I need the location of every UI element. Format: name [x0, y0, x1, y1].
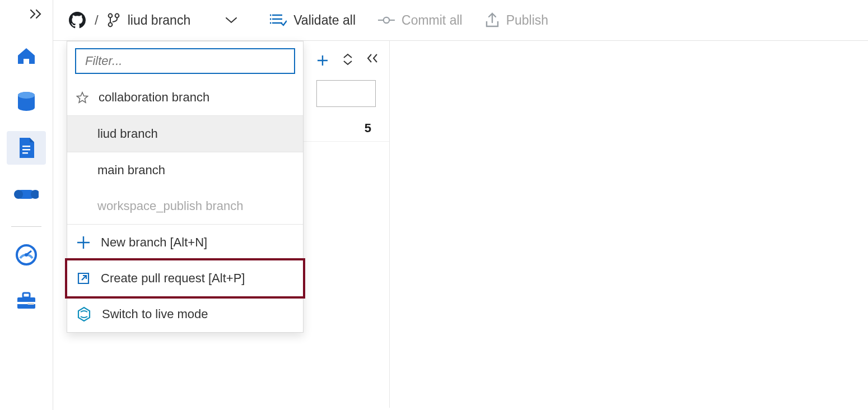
- branch-filter-input[interactable]: [75, 48, 295, 74]
- svg-point-17: [108, 23, 112, 27]
- pipeline-icon: [14, 185, 39, 202]
- nav-integrate[interactable]: [7, 177, 46, 211]
- svg-rect-2: [22, 146, 30, 147]
- svg-point-18: [270, 14, 272, 16]
- gauge-icon: [15, 244, 38, 266]
- nav-develop[interactable]: [7, 131, 46, 165]
- svg-point-16: [115, 14, 119, 18]
- nav-manage[interactable]: [7, 284, 46, 318]
- new-branch-action[interactable]: New branch [Alt+N]: [67, 225, 303, 260]
- svg-point-1: [18, 92, 35, 99]
- collaboration-branch-item[interactable]: collaboration branch: [67, 80, 303, 115]
- home-icon: [15, 45, 38, 67]
- create-pull-request-action[interactable]: Create pull request [Alt+P]: [67, 260, 303, 296]
- panel-toolbar: [303, 41, 389, 80]
- breadcrumb-separator: /: [95, 12, 99, 28]
- branch-dropdown-panel: collaboration branch liud branch main br…: [67, 41, 304, 333]
- svg-rect-14: [27, 303, 34, 305]
- validate-all-label: Validate all: [293, 13, 356, 28]
- nav-data[interactable]: [7, 85, 46, 119]
- create-pr-label: Create pull request [Alt+P]: [101, 271, 245, 286]
- branch-item-liud[interactable]: liud branch: [67, 116, 303, 152]
- expand-rail-icon[interactable]: [29, 8, 43, 22]
- commit-all-label: Commit all: [402, 13, 463, 28]
- toolbox-icon: [15, 291, 38, 311]
- svg-rect-12: [23, 293, 30, 297]
- new-branch-label: New branch [Alt+N]: [101, 235, 207, 250]
- svg-rect-3: [22, 149, 30, 150]
- svg-point-6: [14, 190, 23, 199]
- publish-button[interactable]: Publish: [485, 12, 548, 28]
- left-nav-rail: [0, 0, 53, 410]
- resource-panel: 5: [303, 41, 390, 408]
- svg-point-21: [384, 17, 389, 23]
- switch-live-mode-action[interactable]: Switch to live mode: [67, 296, 303, 332]
- expand-all-icon[interactable]: [342, 53, 353, 68]
- top-toolbar: / liud branch Validate all: [53, 0, 868, 41]
- rail-divider: [11, 226, 41, 227]
- git-branch-icon: [108, 13, 120, 27]
- nav-home[interactable]: [7, 39, 46, 73]
- current-branch-label: liud branch: [128, 13, 191, 28]
- resource-count-row: 5: [303, 115, 389, 142]
- commit-icon: [378, 15, 395, 25]
- svg-point-19: [270, 18, 272, 20]
- collaboration-branch-label: collaboration branch: [99, 90, 209, 105]
- svg-rect-4: [22, 152, 28, 153]
- plus-icon: [76, 235, 91, 250]
- chevron-down-icon: [225, 16, 237, 24]
- nav-monitor[interactable]: [7, 238, 46, 272]
- branch-item-label: main branch: [97, 163, 165, 178]
- database-icon: [16, 91, 36, 113]
- star-outline-icon: [76, 91, 88, 104]
- branch-item-label: workspace_publish branch: [97, 199, 244, 213]
- resource-count: 5: [365, 121, 371, 136]
- validate-all-button[interactable]: Validate all: [270, 13, 356, 28]
- switch-live-label: Switch to live mode: [102, 307, 208, 322]
- svg-point-20: [270, 22, 272, 24]
- branch-item-main[interactable]: main branch: [67, 152, 303, 188]
- commit-all-button[interactable]: Commit all: [378, 13, 463, 28]
- document-icon: [17, 137, 35, 159]
- validate-icon: [270, 13, 287, 27]
- plus-icon[interactable]: [316, 54, 329, 67]
- resource-search-input[interactable]: [316, 80, 376, 107]
- branch-selector[interactable]: liud branch: [108, 13, 238, 28]
- synapse-icon: [76, 306, 92, 322]
- open-external-icon: [76, 271, 91, 286]
- svg-point-10: [25, 253, 28, 257]
- publish-label: Publish: [506, 13, 548, 28]
- branch-item-label: liud branch: [97, 127, 158, 141]
- svg-point-15: [108, 14, 112, 18]
- publish-icon: [485, 12, 500, 28]
- branch-item-workspace-publish: workspace_publish branch: [67, 188, 303, 224]
- github-icon[interactable]: [69, 12, 86, 29]
- collapse-all-icon[interactable]: [367, 53, 378, 68]
